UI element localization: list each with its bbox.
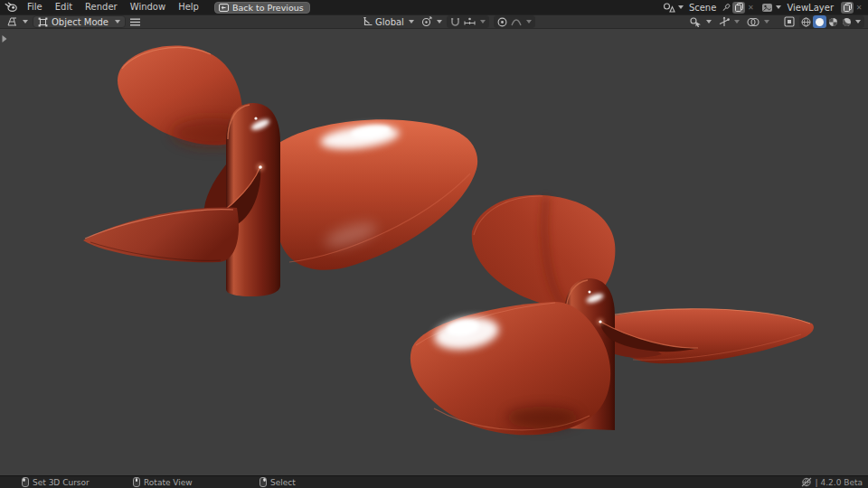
chevron-down-icon	[734, 20, 740, 23]
shading-mode-group	[799, 15, 864, 28]
material-sphere-icon	[828, 17, 838, 27]
menu-render[interactable]: Render	[79, 0, 124, 14]
shading-solid-button[interactable]	[813, 15, 826, 28]
chevron-down-icon	[23, 20, 28, 23]
rendered-sphere-icon	[842, 17, 852, 27]
toolbar-expand-arrow[interactable]	[1, 34, 8, 43]
keymap-hint: Select	[259, 477, 296, 487]
orientation-global-icon	[363, 16, 373, 27]
chevron-down-icon	[115, 20, 120, 23]
shading-rendered-button[interactable]	[840, 15, 854, 28]
transform-orientation-dropdown[interactable]: Global	[360, 15, 417, 28]
hint-label: Select	[270, 478, 296, 487]
overlays-dropdown[interactable]	[744, 15, 772, 28]
orientation-label: Global	[375, 17, 404, 27]
editor-3d-viewport-icon	[6, 16, 18, 27]
viewlayer-name: ViewLayer	[781, 3, 839, 13]
hamburger-menu-icon	[130, 18, 140, 26]
pivot-point-dropdown[interactable]	[419, 15, 445, 28]
proportional-editing-icon	[497, 17, 507, 27]
duplicate-icon	[844, 3, 852, 12]
viewport-menus-collapsed-button[interactable]	[127, 15, 143, 28]
chevron-down-icon[interactable]	[855, 20, 861, 23]
scene-name: Scene	[684, 3, 722, 13]
toggle-xray-button[interactable]	[781, 15, 797, 28]
proportional-editing-toggle[interactable]	[495, 15, 509, 28]
version-label: | 4.2.0 Beta	[816, 478, 863, 487]
unlink-scene-icon[interactable]: ✕	[745, 4, 756, 12]
mouse-right-icon	[259, 477, 267, 487]
scene-icon	[663, 3, 675, 13]
chevron-down-icon	[409, 20, 414, 23]
back-to-previous-label: Back to Previous	[232, 3, 304, 13]
topbar: File Edit Render Window Help Back to Pre…	[0, 0, 868, 14]
viewlayer-selector[interactable]: ViewLayer ✕	[761, 2, 864, 14]
gizmo-icon	[719, 16, 730, 27]
hint-label: Rotate View	[144, 478, 193, 487]
editor-type-button[interactable]	[4, 15, 31, 28]
solid-sphere-icon	[815, 17, 825, 27]
new-scene-button[interactable]	[732, 2, 745, 14]
chevron-down-icon	[764, 20, 769, 23]
viewport-header: Object Mode Global	[0, 14, 868, 29]
chevron-down-icon	[437, 20, 442, 23]
blender-window: File Edit Render Window Help Back to Pre…	[0, 0, 868, 488]
chevron-down-icon	[526, 20, 532, 23]
menu-help[interactable]: Help	[172, 0, 205, 14]
mode-label: Object Mode	[52, 17, 108, 27]
proportional-edit-group	[494, 15, 535, 28]
statusbar: Set 3D Cursor Rotate View Select | 4.2.0…	[0, 475, 868, 488]
keymap-hint: Set 3D Cursor	[22, 477, 90, 487]
snap-increment-icon	[464, 17, 476, 27]
menu-file[interactable]: File	[21, 0, 49, 14]
mode-selector[interactable]: Object Mode	[33, 15, 126, 28]
duplicate-icon	[735, 3, 743, 12]
keymap-hint: Rotate View	[133, 477, 193, 487]
new-viewlayer-button[interactable]	[841, 2, 854, 14]
overlays-icon	[747, 17, 760, 27]
back-to-previous-button[interactable]: Back to Previous	[214, 2, 310, 14]
menu-edit[interactable]: Edit	[49, 0, 79, 14]
viewport-canvas[interactable]	[0, 29, 868, 475]
gizmos-dropdown[interactable]	[716, 15, 742, 28]
wireframe-sphere-icon	[801, 17, 811, 27]
proportional-falloff-dropdown[interactable]	[509, 15, 533, 28]
magnet-icon	[450, 17, 460, 27]
mouse-left-icon	[22, 477, 29, 487]
blender-logo-icon[interactable]	[5, 2, 18, 13]
object-type-visibility-dropdown[interactable]	[687, 15, 714, 28]
xray-icon	[784, 16, 795, 27]
visibility-pointer-icon	[690, 17, 702, 27]
scene-selector[interactable]: Scene ✕	[663, 2, 757, 14]
chevron-down-icon	[706, 20, 712, 23]
hint-label: Set 3D Cursor	[33, 478, 90, 487]
snapping-group	[447, 15, 489, 28]
viewport-3d[interactable]	[0, 29, 868, 475]
snap-toggle[interactable]	[448, 15, 462, 28]
back-screen-icon	[219, 4, 229, 12]
viewlayer-icon	[761, 3, 773, 13]
remove-viewlayer-icon[interactable]: ✕	[854, 4, 864, 12]
network-offline-icon[interactable]	[801, 477, 812, 487]
shading-material-button[interactable]	[826, 15, 840, 28]
object-mode-icon	[38, 17, 48, 27]
snap-to-dropdown[interactable]	[462, 15, 487, 28]
mouse-middle-icon	[133, 477, 140, 487]
shading-wireframe-button[interactable]	[799, 15, 813, 28]
falloff-curve-icon	[511, 17, 522, 26]
menu-window[interactable]: Window	[124, 0, 172, 14]
pin-icon[interactable]	[722, 3, 731, 13]
pivot-point-icon	[421, 16, 432, 27]
chevron-down-icon	[480, 20, 486, 23]
